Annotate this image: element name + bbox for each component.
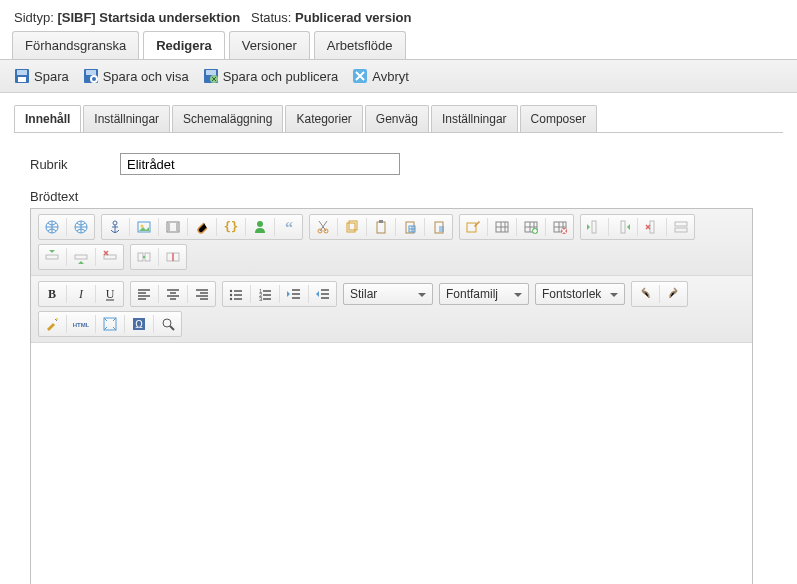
cancel-command[interactable]: Avbryt (352, 68, 409, 84)
list-number-button[interactable]: 123 (253, 283, 277, 305)
select-fontfamilj[interactable]: Fontfamilj (439, 283, 529, 305)
indent-icon (315, 286, 331, 302)
save-publish-command[interactable]: Spara och publicera (203, 68, 339, 84)
globe-button[interactable] (40, 216, 64, 238)
toolbar-group (130, 281, 216, 307)
italic-button[interactable]: I (69, 283, 93, 305)
content-tab-1[interactable]: Inställningar (83, 105, 170, 132)
svg-rect-8 (206, 70, 216, 75)
svg-point-13 (113, 221, 117, 225)
select-stilar[interactable]: Stilar (343, 283, 433, 305)
svg-rect-40 (46, 255, 58, 259)
editor-canvas[interactable] (31, 343, 752, 584)
svg-text:3: 3 (259, 296, 263, 302)
char-map-button[interactable]: Ω (127, 313, 151, 335)
quote-icon: “ (281, 219, 297, 235)
svg-rect-38 (675, 222, 687, 226)
toolbar-group (631, 281, 688, 307)
html-button[interactable]: HTML (69, 313, 93, 335)
merge-cells-button[interactable] (132, 246, 156, 268)
align-center-icon (165, 286, 181, 302)
copy-button[interactable] (340, 216, 364, 238)
align-left-button[interactable] (132, 283, 156, 305)
save-command[interactable]: Spara (14, 68, 69, 84)
indent-button[interactable] (311, 283, 335, 305)
toolbar-group (459, 214, 574, 240)
cut-icon (315, 219, 331, 235)
col-del-button[interactable] (640, 216, 664, 238)
row-del-button[interactable] (98, 246, 122, 268)
row-before-button[interactable] (40, 246, 64, 268)
split-cell-icon (165, 249, 181, 265)
paste-list-button[interactable] (427, 216, 451, 238)
svg-rect-35 (592, 221, 596, 233)
content-tab-4[interactable]: Genväg (365, 105, 429, 132)
globe-link-button[interactable] (69, 216, 93, 238)
clip-button[interactable] (190, 216, 214, 238)
list-bullet-button[interactable] (224, 283, 248, 305)
toolbar-row-1: {}“ (31, 209, 752, 276)
film-button[interactable] (161, 216, 185, 238)
search-button[interactable] (156, 313, 180, 335)
paste-grid-button[interactable] (398, 216, 422, 238)
svg-rect-43 (138, 253, 143, 261)
row-after-button[interactable] (69, 246, 93, 268)
clean-button[interactable] (40, 313, 64, 335)
rubrik-row: Rubrik (30, 153, 753, 175)
content-tab-0[interactable]: Innehåll (14, 105, 81, 132)
table-insert-button[interactable] (519, 216, 543, 238)
main-tab-1[interactable]: Redigera (143, 31, 225, 59)
undo-button[interactable] (633, 283, 657, 305)
toolbar-row-2: BIU123StilarFontfamiljFontstorlekHTMLΩ (31, 276, 752, 343)
content-tabs: InnehållInställningarSchemaläggningKateg… (14, 105, 783, 133)
cut-button[interactable] (311, 216, 335, 238)
svg-rect-22 (347, 223, 355, 232)
table-delete-button[interactable] (548, 216, 572, 238)
page-type-status: Sidtyp: [SIBF] Startsida undersektion St… (0, 0, 797, 31)
select-fontstorlek[interactable]: Fontstorlek (535, 283, 625, 305)
clip-icon (194, 219, 210, 235)
redo-button[interactable] (662, 283, 686, 305)
table-delete-icon (552, 219, 568, 235)
cancel-label: Avbryt (372, 69, 409, 84)
content-tab-3[interactable]: Kategorier (285, 105, 362, 132)
svg-rect-26 (406, 222, 414, 233)
svg-rect-41 (75, 255, 87, 259)
status-value: Publicerad version (295, 10, 411, 25)
edit-block-button[interactable] (461, 216, 485, 238)
main-tab-0[interactable]: Förhandsgranska (12, 31, 139, 59)
row-split-button[interactable] (669, 216, 693, 238)
save-view-command[interactable]: Spara och visa (83, 68, 189, 84)
person-button[interactable] (248, 216, 272, 238)
brackets-button[interactable]: {} (219, 216, 243, 238)
col-after-button[interactable] (611, 216, 635, 238)
paste-button[interactable] (369, 216, 393, 238)
paste-list-icon (431, 219, 447, 235)
bold-button[interactable]: B (40, 283, 64, 305)
quote-button[interactable]: “ (277, 216, 301, 238)
svg-rect-4 (86, 70, 96, 75)
underline-button[interactable]: U (98, 283, 122, 305)
col-before-button[interactable] (582, 216, 606, 238)
content-tab-6[interactable]: Composer (520, 105, 597, 132)
image-button[interactable] (132, 216, 156, 238)
globe-link-icon (73, 219, 89, 235)
svg-text:“: “ (285, 219, 293, 235)
toolbar-group (130, 244, 187, 270)
anchor-button[interactable] (103, 216, 127, 238)
table-button[interactable] (490, 216, 514, 238)
align-center-button[interactable] (161, 283, 185, 305)
align-right-button[interactable] (190, 283, 214, 305)
char-map-icon: Ω (131, 316, 147, 332)
svg-rect-29 (467, 223, 476, 232)
fullscreen-button[interactable] (98, 313, 122, 335)
rubrik-input[interactable] (120, 153, 400, 175)
split-cell-button[interactable] (161, 246, 185, 268)
content-tab-2[interactable]: Schemaläggning (172, 105, 283, 132)
outdent-button[interactable] (282, 283, 306, 305)
html-icon: HTML (73, 316, 89, 332)
main-tab-3[interactable]: Arbetsflöde (314, 31, 406, 59)
main-tab-2[interactable]: Versioner (229, 31, 310, 59)
row-after-icon (73, 249, 89, 265)
content-tab-5[interactable]: Inställningar (431, 105, 518, 132)
